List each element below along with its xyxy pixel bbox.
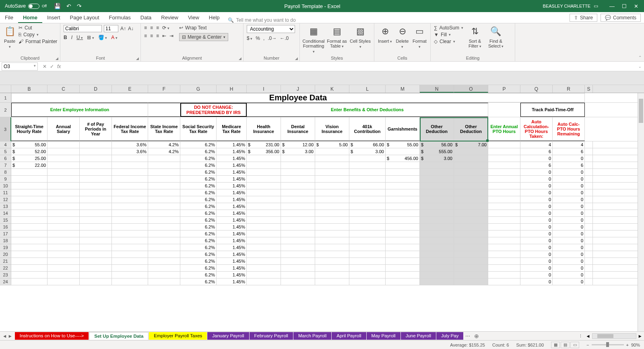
data-cell[interactable] [420,231,454,237]
launcher-icon[interactable]: ◢ [56,56,58,60]
data-cell[interactable] [112,162,148,168]
data-cell[interactable] [112,155,148,162]
data-cell[interactable] [247,169,281,175]
row-header[interactable]: 16 [0,224,11,231]
data-cell[interactable]: 0 [553,272,585,278]
data-cell[interactable] [454,231,488,237]
font-name-input[interactable] [64,25,102,32]
cancel-formula-icon[interactable]: ✕ [43,64,47,69]
data-cell[interactable]: 6.2% [180,183,217,189]
data-cell[interactable] [281,196,315,203]
data-cell[interactable] [585,224,593,230]
sheet-tab[interactable]: July Pay [436,332,463,340]
data-cell[interactable] [247,203,281,210]
data-cell[interactable]: 1.45% [217,278,247,285]
data-cell[interactable] [349,189,386,196]
data-cell[interactable]: $56.00 [420,141,454,148]
data-cell[interactable] [281,278,315,285]
data-cell[interactable] [281,251,315,258]
data-cell[interactable] [349,217,386,223]
row-header[interactable]: 12 [0,196,11,203]
data-cell[interactable] [47,162,80,168]
data-cell[interactable]: 6.2% [180,224,217,230]
column-header-R[interactable]: R [553,85,585,93]
data-cell[interactable] [247,237,281,244]
row-header[interactable]: 3 [0,117,11,141]
data-cell[interactable] [349,196,386,203]
data-cell[interactable] [80,265,112,271]
data-cell[interactable] [315,169,349,175]
sheet-tab[interactable]: Instructions on How to Use----> [15,332,89,340]
data-cell[interactable] [454,244,488,251]
autosave-toggle[interactable]: AutoSave Off [5,3,47,9]
data-cell[interactable] [585,189,593,196]
font-size-input[interactable] [104,25,118,32]
data-cell[interactable] [420,237,454,244]
data-cell[interactable] [488,231,520,237]
data-cell[interactable] [11,183,47,189]
fill-color-button[interactable]: 🪣 [98,35,107,40]
column-header-D[interactable]: D [80,85,112,93]
data-cell[interactable]: 0 [553,155,585,162]
sheet-tab[interactable]: March Payroll [293,332,331,340]
data-cell[interactable]: 6.2% [180,251,217,258]
data-cell[interactable] [47,272,80,278]
data-cell[interactable] [11,189,47,196]
data-cell[interactable] [112,203,148,210]
data-cell[interactable] [247,265,281,271]
data-cell[interactable]: 6.2% [180,196,217,203]
data-cell[interactable]: 0 [553,231,585,237]
data-cell[interactable] [11,272,47,278]
section-header[interactable]: Enter Employee Information [11,103,148,117]
data-cell[interactable] [386,278,420,285]
find-select-button[interactable]: 🔍Find & Select [487,25,505,49]
data-cell[interactable] [148,183,180,189]
sheet-tab[interactable]: June Payroll [401,332,436,340]
data-cell[interactable]: 1.45% [217,189,247,196]
data-cell[interactable]: 0 [520,176,553,182]
data-cell[interactable] [148,237,180,244]
data-cell[interactable]: 1.45% [217,237,247,244]
hscroll-left-icon[interactable]: ◄ [584,334,592,339]
data-cell[interactable] [11,196,47,203]
data-cell[interactable] [454,162,488,168]
data-cell[interactable] [247,189,281,196]
data-cell[interactable] [80,224,112,230]
data-cell[interactable]: 0 [520,224,553,230]
data-cell[interactable] [488,176,520,182]
data-cell[interactable] [315,265,349,271]
menu-tab-page-layout[interactable]: Page Layout [65,12,104,23]
column-header-N[interactable]: N [420,85,454,93]
data-cell[interactable] [112,189,148,196]
data-cell[interactable] [315,196,349,203]
data-cell[interactable] [247,272,281,278]
data-cell[interactable] [47,251,80,258]
menu-tab-review[interactable]: Review [156,12,183,23]
data-cell[interactable] [585,162,593,168]
data-cell[interactable] [585,203,593,210]
data-cell[interactable] [420,272,454,278]
data-cell[interactable] [80,278,112,285]
data-cell[interactable] [148,169,180,175]
spreadsheet-grid[interactable]: BCDEFGHIJKLMNOPQRS 123456789101112131415… [0,85,644,331]
data-cell[interactable] [11,251,47,258]
data-cell[interactable]: $3.00 [349,148,386,155]
data-cell[interactable] [454,210,488,216]
launcher-icon[interactable]: ◢ [295,56,298,60]
row-header[interactable]: 6 [0,155,11,162]
format-cells-button[interactable]: ▭Format [412,25,427,49]
comma-format-icon[interactable]: , [263,35,264,41]
data-cell[interactable] [585,272,593,278]
align-left-icon[interactable]: ≡ [144,33,147,39]
data-cell[interactable] [11,231,47,237]
data-cell[interactable]: 6.2% [180,189,217,196]
data-cell[interactable] [80,272,112,278]
data-cell[interactable] [112,278,148,285]
column-header-L[interactable]: L [349,85,386,93]
tab-nav-left-icon[interactable]: ◄ [2,334,7,339]
data-cell[interactable] [585,183,593,189]
data-cell[interactable] [80,210,112,216]
data-cell[interactable]: $52.00 [11,148,47,155]
font-color-button[interactable]: A [111,35,118,40]
data-cell[interactable] [11,203,47,210]
